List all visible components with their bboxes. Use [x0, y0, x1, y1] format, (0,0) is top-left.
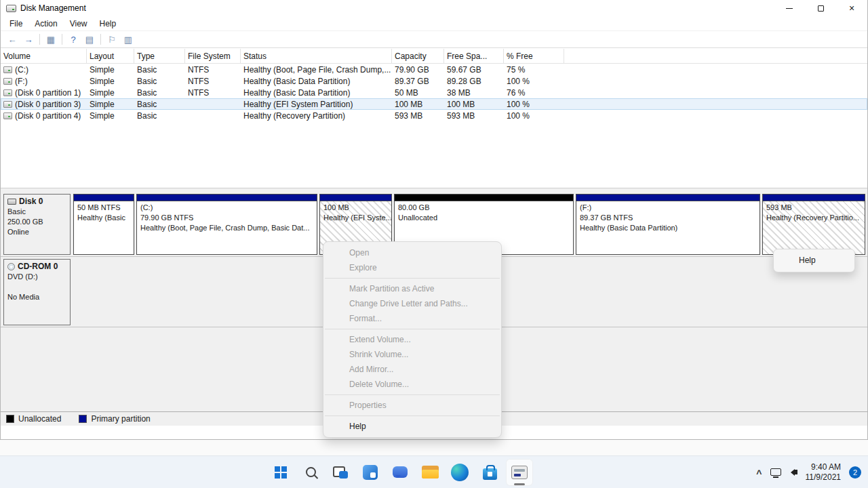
tray-chevron-icon[interactable]: ^	[756, 468, 762, 479]
partition-size: 79.90 GB NTFS	[140, 213, 313, 223]
edge-button[interactable]	[446, 459, 473, 486]
close-button[interactable]: ×	[836, 0, 867, 16]
menu-separator	[325, 329, 500, 329]
table-row[interactable]: (C:) Simple Basic NTFS Healthy (Boot, Pa…	[1, 64, 867, 75]
column-status[interactable]: Status	[241, 49, 392, 63]
menu-action[interactable]: Action	[28, 18, 63, 30]
column-capacity[interactable]: Capacity	[392, 49, 444, 63]
taskbar: ^ 9:40 AM 11/9/2021 2	[0, 455, 868, 488]
network-icon[interactable]	[770, 468, 781, 476]
menu-item-properties: Properties	[323, 398, 501, 413]
cell-status: Healthy (Basic Data Partition)	[241, 88, 392, 98]
store-button[interactable]	[476, 459, 503, 486]
partition-color-bar	[137, 195, 317, 201]
partition-c[interactable]: (C:)79.90 GB NTFSHealthy (Boot, Page Fil…	[136, 194, 317, 255]
cell-capacity: 593 MB	[392, 111, 444, 121]
menu-file[interactable]: File	[3, 18, 28, 30]
search-button[interactable]	[297, 459, 324, 486]
cell-pct-free: 100 %	[504, 77, 564, 86]
menu-item-add-mirror: Add Mirror...	[323, 362, 501, 377]
task-view-button[interactable]	[327, 459, 354, 486]
disk-management-taskbar-button[interactable]	[506, 459, 533, 486]
disk0-label[interactable]: Disk 0 Basic 250.00 GB Online	[3, 194, 71, 255]
file-explorer-button[interactable]	[416, 459, 443, 486]
menu-item-explore: Explore	[323, 260, 501, 275]
cell-pct-free: 75 %	[504, 65, 564, 75]
volume-icon[interactable]	[789, 469, 797, 476]
widgets-icon	[363, 465, 378, 480]
cell-pct-free: 76 %	[504, 88, 564, 98]
cell-layout: Simple	[87, 88, 134, 98]
cell-capacity: 89.37 GB	[392, 77, 444, 86]
menu-view[interactable]: View	[64, 18, 94, 30]
column-filesystem[interactable]: File System	[185, 49, 241, 63]
cell-filesystem: NTFS	[185, 65, 241, 75]
volume-icon	[3, 78, 12, 85]
window-title: Disk Management	[20, 3, 86, 13]
menu-item-help[interactable]: Help	[323, 419, 501, 434]
console-tree-icon[interactable]: ▦	[43, 33, 59, 47]
cell-capacity: 79.90 GB	[392, 65, 444, 75]
chat-button[interactable]	[387, 459, 414, 486]
widgets-button[interactable]	[357, 459, 384, 486]
partition-size: 80.00 GB	[398, 203, 570, 213]
cell-type: Basic	[134, 65, 185, 75]
primary-partition-swatch	[79, 415, 87, 423]
cell-pct-free: 100 %	[504, 100, 564, 109]
cell-pct-free: 100 %	[504, 111, 564, 121]
column-pct-free[interactable]: % Free	[504, 49, 564, 63]
cell-filesystem: NTFS	[185, 77, 241, 86]
partition-title: (C:)	[140, 203, 313, 213]
table-row[interactable]: (Disk 0 partition 4) Simple Basic Health…	[1, 110, 867, 121]
cdrom-kind: DVD (D:)	[7, 272, 66, 282]
maximize-button[interactable]	[805, 0, 836, 16]
start-button[interactable]	[267, 459, 294, 486]
views-icon[interactable]: ▥	[120, 33, 136, 47]
partition-status: Healthy (Basic Data Partition)	[580, 223, 756, 233]
partition-color-bar	[395, 195, 573, 201]
close-icon: ×	[849, 3, 854, 13]
cdrom-status: No Media	[7, 292, 66, 302]
menu-item-format: Format...	[323, 311, 501, 326]
cell-volume: (C:)	[15, 65, 28, 75]
forward-icon[interactable]: →	[20, 33, 37, 47]
notification-badge[interactable]: 2	[849, 466, 861, 479]
table-row[interactable]: (F:) Simple Basic NTFS Healthy (Basic Da…	[1, 75, 867, 87]
table-row-selected[interactable]: (Disk 0 partition 3) Simple Basic Health…	[1, 98, 867, 110]
menubar: File Action View Help	[1, 16, 867, 31]
cell-free-space: 593 MB	[444, 111, 504, 121]
partition-system-reserved[interactable]: 50 MB NTFSHealthy (Basic	[73, 194, 134, 255]
partition-f[interactable]: (F:)89.37 GB NTFSHealthy (Basic Data Par…	[576, 194, 760, 255]
cell-capacity: 100 MB	[392, 100, 444, 109]
cdrom-label[interactable]: CD-ROM 0 DVD (D:) No Media	[3, 259, 71, 325]
app-icon	[6, 5, 16, 12]
help-icon[interactable]: ?	[65, 33, 81, 47]
cell-type: Basic	[134, 77, 185, 86]
legend-primary-partition: Primary partition	[79, 414, 150, 424]
cell-volume: (Disk 0 partition 1)	[15, 88, 81, 98]
menu-item-delete-volume: Delete Volume...	[323, 377, 501, 392]
menu-separator	[325, 415, 500, 416]
cell-filesystem: NTFS	[185, 88, 241, 98]
help-popup[interactable]: Help	[773, 249, 855, 272]
menu-item-open: Open	[323, 245, 501, 260]
partition-status: Healthy (EFI Syste...	[323, 213, 388, 223]
action-pane-icon[interactable]: ⚐	[104, 33, 120, 47]
minimize-button[interactable]	[774, 0, 805, 16]
menu-help[interactable]: Help	[94, 18, 123, 30]
cell-status: Healthy (Basic Data Partition)	[241, 77, 392, 86]
disk-management-icon	[511, 466, 528, 479]
cdrom-name: CD-ROM 0	[18, 262, 58, 272]
back-icon[interactable]: ←	[4, 33, 20, 47]
table-row[interactable]: (Disk 0 partition 1) Simple Basic NTFS H…	[1, 87, 867, 98]
properties-icon[interactable]: ▤	[81, 33, 98, 47]
column-free-space[interactable]: Free Spa...	[444, 49, 504, 63]
column-layout[interactable]: Layout	[87, 49, 134, 63]
column-volume[interactable]: Volume	[1, 49, 87, 63]
partition-recovery[interactable]: 593 MBHealthy (Recovery Partitio...	[762, 194, 865, 255]
column-type[interactable]: Type	[134, 49, 185, 63]
disk0-size: 250.00 GB	[7, 217, 66, 227]
clock[interactable]: 9:40 AM 11/9/2021	[806, 462, 842, 483]
screen: Disk Management × File Action View Help …	[0, 0, 868, 488]
minimize-icon	[786, 8, 793, 9]
